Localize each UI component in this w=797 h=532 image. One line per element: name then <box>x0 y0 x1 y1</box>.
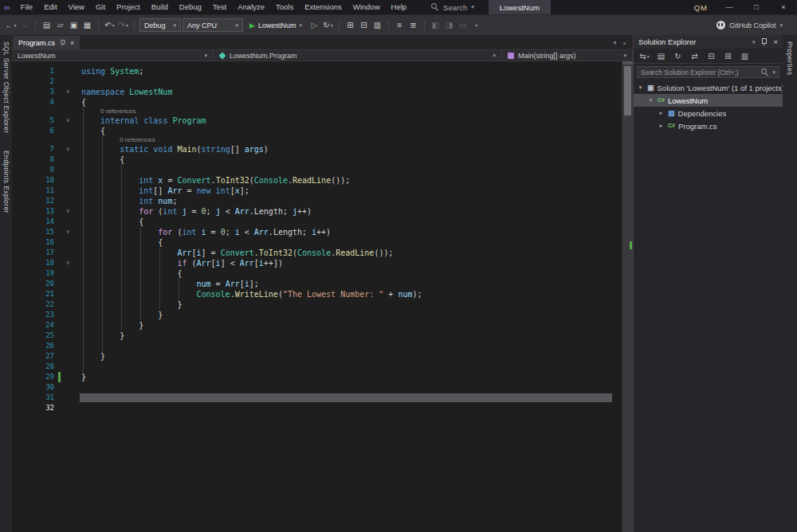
code-text[interactable]: num = Arr[i]; <box>73 279 622 289</box>
code-text[interactable] <box>73 76 622 87</box>
menu-test[interactable]: Test <box>207 0 232 14</box>
properties-icon[interactable]: ▤ <box>655 49 667 62</box>
minimize-button[interactable]: — <box>716 0 743 14</box>
code-text[interactable]: for (int i = 0; i < Arr.Length; i++) <box>73 227 622 237</box>
code-text[interactable] <box>73 362 622 372</box>
save-button[interactable]: ▣ <box>68 19 80 32</box>
code-text[interactable]: { <box>73 268 622 279</box>
refresh-icon[interactable]: ↻ <box>672 49 684 62</box>
solution-explorer-search[interactable]: Search Solution Explorer (Ctrl+;) ▾ <box>637 66 779 78</box>
fold-chevron-icon[interactable]: ∨ <box>62 115 73 126</box>
open-file-button[interactable]: ▱ <box>54 19 66 32</box>
github-copilot-button[interactable]: GitHub Copilot ▾ <box>717 21 783 29</box>
toolbar-overflow-button[interactable]: ▾ <box>470 19 482 32</box>
code-text[interactable]: internal class Program <box>73 115 622 126</box>
platform-select[interactable]: Any CPU▾ <box>183 18 243 32</box>
switch-views-icon[interactable]: ⇆▾ <box>638 49 650 62</box>
code-text[interactable]: } <box>73 310 622 320</box>
code-text[interactable]: { <box>73 97 622 108</box>
close-icon[interactable]: × <box>622 40 626 47</box>
maximize-button[interactable]: □ <box>743 0 770 14</box>
code-text[interactable]: Console.WriteLine("The Lowest Number: " … <box>73 289 622 299</box>
tree-item-lowestnum[interactable]: ▾C#LowestNum <box>634 94 783 107</box>
menu-debug[interactable]: Debug <box>174 0 207 14</box>
code-text[interactable]: { <box>73 155 622 165</box>
code-text[interactable] <box>73 382 622 393</box>
start-debugging-button[interactable]: ▶ LowestNum ▾ <box>245 18 307 33</box>
pin-icon[interactable] <box>60 39 65 46</box>
menu-window[interactable]: Window <box>347 0 386 14</box>
code-text[interactable] <box>73 403 622 413</box>
outdent-button[interactable]: ≣ <box>407 19 419 32</box>
menu-build[interactable]: Build <box>146 0 174 14</box>
sync-with-active-document-icon[interactable]: ⇄ <box>689 49 701 62</box>
chevron-down-icon[interactable]: ▾ <box>752 39 756 45</box>
breadcrumb-project[interactable]: LowestNum ▾ <box>12 50 214 61</box>
close-button[interactable]: × <box>770 0 797 14</box>
navigate-back-button[interactable]: ←▾ <box>5 19 17 32</box>
fold-chevron-icon[interactable]: ∨ <box>62 87 73 97</box>
code-text[interactable]: int x = Convert.ToInt32(Console.ReadLine… <box>73 175 622 186</box>
bookmark-list-button[interactable]: ▭ <box>457 19 469 32</box>
fold-chevron-icon[interactable]: ∨ <box>62 227 73 237</box>
tree-item-program-cs[interactable]: ▸C#Program.cs <box>634 119 783 132</box>
chevron-right-icon[interactable]: ▸ <box>658 110 665 116</box>
pin-icon[interactable] <box>760 37 768 46</box>
tab-program-cs[interactable]: Program.cs × <box>13 36 80 49</box>
chevron-down-icon[interactable]: ▾ <box>637 84 644 91</box>
menu-project[interactable]: Project <box>111 0 146 14</box>
code-text[interactable] <box>73 393 622 403</box>
code-text[interactable] <box>73 341 622 351</box>
code-text[interactable]: Arr[i] = Convert.ToInt32(Console.ReadLin… <box>73 248 622 258</box>
tree-item-solution-lowestnum-1-of-1-projects[interactable]: ▾▣Solution 'LowestNum' (1 of 1 projects) <box>634 81 783 94</box>
collapse-all-icon[interactable]: ⊟ <box>705 49 717 62</box>
menu-analyze[interactable]: Analyze <box>232 0 270 14</box>
codelens-references[interactable]: 0 references <box>73 136 622 144</box>
menu-view[interactable]: View <box>63 0 90 14</box>
breadcrumb-member[interactable]: Main(string[] args) ▾ <box>502 50 633 61</box>
scrollbar-splitter-handle[interactable] <box>622 61 633 65</box>
breadcrumb-type[interactable]: LowestNum.Program ▾ <box>214 50 502 61</box>
fold-chevron-icon[interactable]: ∨ <box>62 206 73 217</box>
menu-tools[interactable]: Tools <box>270 0 299 14</box>
menu-extensions[interactable]: Extensions <box>299 0 347 14</box>
menu-edit[interactable]: Edit <box>38 0 62 14</box>
fold-chevron-icon[interactable]: ∨ <box>62 144 73 155</box>
uncomment-button[interactable]: ▥ <box>371 19 383 32</box>
save-all-button[interactable]: ▦ <box>81 19 93 32</box>
close-icon[interactable]: × <box>70 39 74 47</box>
solution-name-badge[interactable]: LowestNum <box>489 0 551 14</box>
redo-button[interactable]: ↷▾ <box>117 19 129 32</box>
undo-button[interactable]: ↶▾ <box>104 19 116 32</box>
indent-button[interactable]: ≡ <box>394 19 406 32</box>
code-text[interactable]: } <box>73 299 622 310</box>
codelens-references[interactable]: 0 references <box>73 108 622 115</box>
menu-git[interactable]: Git <box>90 0 111 14</box>
bookmark-next-button[interactable]: ◨ <box>443 19 455 32</box>
search-box[interactable]: Search ▾ <box>425 2 481 13</box>
code-text[interactable]: for (int j = 0; j < Arr.Length; j++) <box>73 206 622 217</box>
comment-button[interactable]: ⊟ <box>358 19 370 32</box>
chevron-down-icon[interactable]: ▾ <box>647 97 654 104</box>
code-text[interactable]: } <box>73 331 622 341</box>
navigate-forward-button[interactable]: → <box>18 19 30 32</box>
code-text[interactable]: namespace LowestNum <box>73 87 622 97</box>
preview-selected-icon[interactable]: ▥ <box>739 49 751 62</box>
tab-sql-server-object-explorer[interactable]: SQL Server Object Explorer <box>2 41 10 133</box>
tab-properties[interactable]: Properties <box>786 41 794 76</box>
code-editor[interactable]: 1using System;23∨namespace LowestNum4{0 … <box>12 61 633 532</box>
code-text[interactable]: } <box>73 372 622 382</box>
tab-endpoints-explorer[interactable]: Endpoints Explorer <box>2 151 10 213</box>
tree-item-dependencies[interactable]: ▸▤Dependencies <box>634 107 783 119</box>
code-text[interactable] <box>73 165 622 175</box>
chevron-right-icon[interactable]: ▸ <box>658 123 665 129</box>
code-text[interactable]: using System; <box>73 66 622 76</box>
new-file-button[interactable]: ▤ <box>41 19 53 32</box>
code-text[interactable]: { <box>73 217 622 227</box>
menu-help[interactable]: Help <box>386 0 413 14</box>
code-text[interactable]: int[] Arr = new int[x]; <box>73 186 622 196</box>
close-icon[interactable]: × <box>773 37 778 46</box>
fold-chevron-icon[interactable]: ∨ <box>62 258 73 268</box>
code-text[interactable]: } <box>73 320 622 331</box>
find-in-files-button[interactable]: ⊞ <box>344 19 356 32</box>
